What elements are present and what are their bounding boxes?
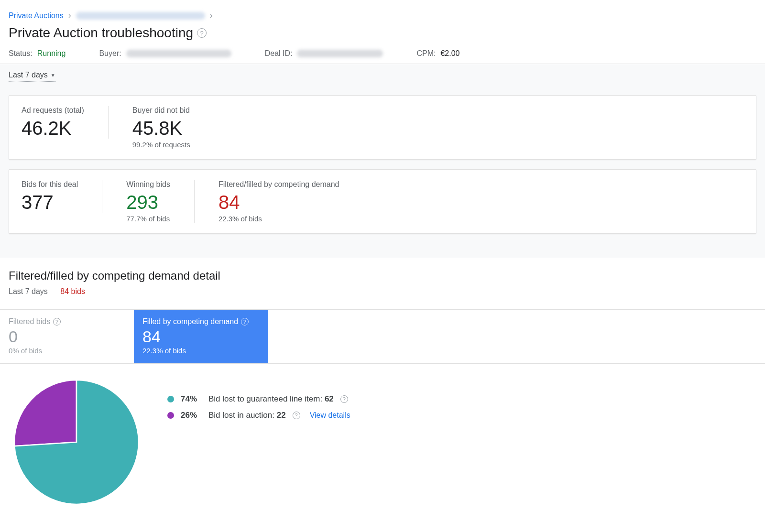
stat-value: 293 — [126, 192, 170, 213]
pie-slice-lost-auction — [14, 380, 76, 446]
help-icon[interactable]: ? — [241, 318, 249, 326]
stat-value: 45.8K — [132, 118, 190, 139]
stat-value: 46.2K — [22, 118, 84, 139]
breadcrumb-root-link[interactable]: Private Auctions — [9, 11, 64, 20]
legend-percent: 74% — [181, 394, 202, 404]
stat-value: 377 — [22, 192, 78, 213]
status-value: Running — [37, 49, 66, 58]
tab-filtered-bids[interactable]: Filtered bids ? 0 0% of bids — [0, 310, 134, 363]
help-icon[interactable]: ? — [293, 412, 300, 419]
tab-label: Filtered bids — [9, 317, 50, 326]
page-title: Private Auction troubleshooting — [9, 25, 193, 41]
stat-label: Buyer did not bid — [132, 106, 190, 115]
stat-label: Bids for this deal — [22, 180, 78, 189]
stat-label: Filtered/filled by competing demand — [219, 180, 339, 189]
cpm-value: €2.00 — [440, 49, 459, 58]
card-bids: Bids for this deal 377 Winning bids 293 … — [9, 169, 756, 234]
legend-text: Bid lost to guaranteed line item: — [208, 394, 325, 403]
help-icon[interactable]: ? — [197, 28, 207, 38]
stat-value: 84 — [219, 192, 339, 213]
pie-chart — [14, 380, 139, 504]
deal-id-label: Deal ID: — [265, 49, 293, 58]
breadcrumb: Private Auctions › › — [9, 11, 756, 21]
tab-sub: 0% of bids — [9, 347, 125, 355]
tab-filled-competing[interactable]: Filled by competing demand ? 84 22.3% of… — [134, 310, 268, 363]
cpm-label: CPM: — [416, 49, 436, 58]
legend-count: 22 — [277, 411, 286, 420]
stat-label: Winning bids — [126, 180, 170, 189]
detail-title: Filtered/filled by competing demand deta… — [9, 269, 756, 282]
stat-sub: 77.7% of bids — [126, 215, 170, 223]
legend-text: Bid lost in auction: — [208, 411, 277, 420]
pie-legend: 74% Bid lost to guaranteed line item: 62… — [167, 380, 350, 427]
legend-percent: 26% — [181, 411, 202, 420]
detail-count: 84 bids — [60, 287, 85, 295]
status-label: Status: — [9, 49, 33, 58]
legend-count: 62 — [325, 394, 334, 403]
detail-tabs: Filtered bids ? 0 0% of bids Filled by c… — [0, 309, 765, 364]
view-details-link[interactable]: View details — [310, 411, 350, 420]
help-icon[interactable]: ? — [340, 395, 348, 403]
date-range-value: Last 7 days — [9, 71, 48, 79]
legend-row-auction: 26% Bid lost in auction: 22 ? View detai… — [167, 411, 350, 420]
stat-sub: 22.3% of bids — [219, 215, 339, 223]
tab-value: 84 — [142, 328, 259, 346]
chevron-right-icon: › — [210, 11, 213, 21]
breadcrumb-item-redacted[interactable] — [76, 12, 205, 20]
tab-value: 0 — [9, 328, 125, 346]
legend-row-guaranteed: 74% Bid lost to guaranteed line item: 62… — [167, 394, 350, 404]
detail-range: Last 7 days — [9, 287, 48, 295]
tab-sub: 22.3% of bids — [142, 347, 259, 355]
date-range-selector[interactable]: Last 7 days ▼ — [9, 71, 55, 82]
card-ad-requests: Ad requests (total) 46.2K Buyer did not … — [9, 95, 756, 160]
deal-id-value-redacted — [297, 50, 383, 57]
stat-label: Ad requests (total) — [22, 106, 84, 115]
caret-down-icon: ▼ — [51, 73, 55, 78]
buyer-value-redacted — [126, 50, 231, 57]
swatch-icon — [167, 396, 174, 402]
tab-label: Filled by competing demand — [142, 317, 238, 326]
swatch-icon — [167, 412, 174, 419]
stat-sub: 99.2% of requests — [132, 141, 190, 149]
help-icon[interactable]: ? — [53, 318, 61, 326]
chevron-right-icon: › — [68, 11, 71, 21]
buyer-label: Buyer: — [99, 49, 121, 58]
